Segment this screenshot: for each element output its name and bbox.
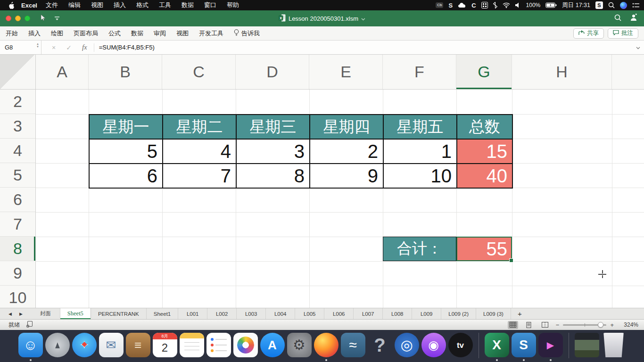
dock-icon-system-preferences[interactable]: ⚙ [287,333,312,357]
row-header-6[interactable]: 6 [0,188,35,212]
table-cell[interactable]: 8 [236,164,310,188]
tray-c-app-icon[interactable]: C [471,2,476,9]
sheet-tab-sheet1[interactable]: Sheet1 [147,308,178,319]
menubar-menu-2[interactable]: 编辑 [68,1,81,9]
dock-icon-finder[interactable]: ☺ [18,333,43,357]
fullscreen-window-button[interactable] [25,16,30,21]
column-header-E[interactable]: E [309,55,383,89]
formula-bar-expand-icon[interactable] [636,44,640,51]
dock-icon-snagit[interactable]: S [512,333,536,357]
dock-icon-contacts[interactable]: ≡ [126,333,150,357]
sogou-input-icon[interactable]: S [595,1,603,9]
table-cell[interactable]: 2 [310,139,383,164]
summary-label-cell[interactable]: 合计： [383,237,456,261]
dock-icon-downloads-stack[interactable] [575,333,599,357]
dock-icon-excel[interactable]: X [485,333,509,357]
row-header-8[interactable]: 8 [0,237,35,261]
column-header-B[interactable]: B [89,55,162,89]
sheet-nav-left-icon[interactable]: ◀ [8,312,12,316]
row-header-10[interactable]: 10 [0,286,35,308]
tell-me-tab[interactable]: 告诉我 [234,29,260,38]
titlebar-search-icon[interactable] [614,14,621,23]
volume-icon[interactable] [515,2,521,8]
dock-icon-gauge-app[interactable]: ◎ [395,333,419,357]
dock-icon-video-editor[interactable]: ▶ [538,333,563,357]
zoom-in-button[interactable]: + [610,321,614,329]
sheet-tab-l009-3-[interactable]: L009 (3) [476,308,511,319]
sheet-tab-percentrank[interactable]: PERCENTRANK [91,308,147,319]
menubar-menu-4[interactable]: 插入 [114,1,126,9]
table-cell[interactable]: 1 [383,139,457,164]
cloud-icon[interactable] [458,2,466,8]
sheet-tab-l009-2-[interactable]: L009 (2) [441,308,476,319]
toolbar-options-icon[interactable] [54,14,60,23]
insert-function-icon[interactable]: fx [82,43,87,51]
minimize-window-button[interactable] [15,16,21,21]
table-cell[interactable]: 4 [163,139,236,164]
title-chevron-down-icon[interactable] [361,15,365,22]
confirm-icon[interactable]: ✓ [66,44,72,51]
dock-icon-firefox[interactable] [314,333,339,357]
share-person-icon[interactable] [630,14,637,23]
sheet-tab-sheet5[interactable]: Sheet5 [60,308,91,319]
column-header-D[interactable]: D [236,55,309,89]
dock-icon-mail[interactable]: ✉ [99,333,124,357]
ribbon-tab-9[interactable]: 开发工具 [199,29,223,38]
dock-icon-safari[interactable]: ✦ [72,333,97,357]
table-cell[interactable]: 5 [89,139,163,164]
zoom-out-button[interactable]: − [556,321,560,329]
dock-icon-notes[interactable] [180,333,204,357]
control-list-icon[interactable] [632,3,639,8]
zoom-slider[interactable] [563,324,606,326]
cells-area[interactable]: 星期一星期二星期三星期四星期五总数543211567891040合计：55 [36,90,644,308]
table-header-cell[interactable]: 星期一 [89,115,163,139]
cancel-icon[interactable]: × [52,44,56,51]
page-break-view-button[interactable] [540,321,550,329]
row-header-2[interactable]: 2 [0,90,35,114]
close-window-button[interactable] [6,16,11,21]
page-layout-view-button[interactable] [524,321,534,329]
dock-icon-reminders[interactable] [206,333,231,357]
ribbon-tab-5[interactable]: 公式 [108,29,121,38]
table-cell[interactable]: 6 [89,164,163,188]
macro-record-icon[interactable] [26,321,33,329]
table-header-cell[interactable]: 星期四 [310,115,383,139]
battery-icon[interactable] [545,2,557,8]
menu-bar-clock[interactable]: 周日 17:31 [562,1,590,9]
table-header-cell[interactable]: 总数 [457,115,512,139]
menubar-menu-5[interactable]: 格式 [136,1,149,9]
ribbon-tab-4[interactable]: 页面布局 [74,29,98,38]
apple-logo-icon[interactable] [8,2,15,9]
ribbon-tab-2[interactable]: 插入 [28,29,41,38]
selected-cell-g8[interactable]: 55 [456,237,512,261]
wifi-icon[interactable] [503,2,510,8]
sheet-tab-l007[interactable]: L007 [354,308,383,319]
tray-s-app-icon[interactable]: S [448,2,453,9]
menubar-menu-7[interactable]: 数据 [182,1,194,9]
table-cell[interactable]: 40 [457,164,512,188]
ribbon-tab-1[interactable]: 开始 [6,29,18,38]
bluetooth-icon[interactable] [493,2,497,8]
name-box[interactable]: G8 ▲▼ [0,41,41,54]
share-button[interactable]: 共享 [573,28,604,39]
ribbon-tab-3[interactable]: 绘图 [51,29,63,38]
menubar-menu-6[interactable]: 工具 [159,1,171,9]
column-header-F[interactable]: F [383,55,456,89]
comments-button[interactable]: 批注 [608,28,638,39]
table-header-cell[interactable]: 星期五 [383,115,457,139]
dock-icon-mysql-workbench[interactable]: ≈ [341,333,365,357]
zoom-slider-knob[interactable] [598,322,603,328]
name-box-stepper[interactable]: ▲▼ [36,42,39,48]
formula-input[interactable]: =SUM(B4:F4,B5:F5) [99,44,155,51]
table-cell[interactable]: 9 [310,164,383,188]
sheet-tab-l001[interactable]: L001 [178,308,207,319]
column-header-A[interactable]: A [36,55,89,89]
table-cell[interactable]: 3 [236,139,310,164]
sheet-tab-l008[interactable]: L008 [383,308,412,319]
dock-icon-app-store[interactable]: A [260,333,285,357]
menubar-menu-8[interactable]: 窗口 [204,1,216,9]
dock-icon-trash[interactable] [602,333,626,357]
dock-icon-unknown-app[interactable]: ? [368,333,392,357]
dock-icon-photos[interactable] [233,333,258,357]
select-all-corner[interactable] [0,55,36,89]
